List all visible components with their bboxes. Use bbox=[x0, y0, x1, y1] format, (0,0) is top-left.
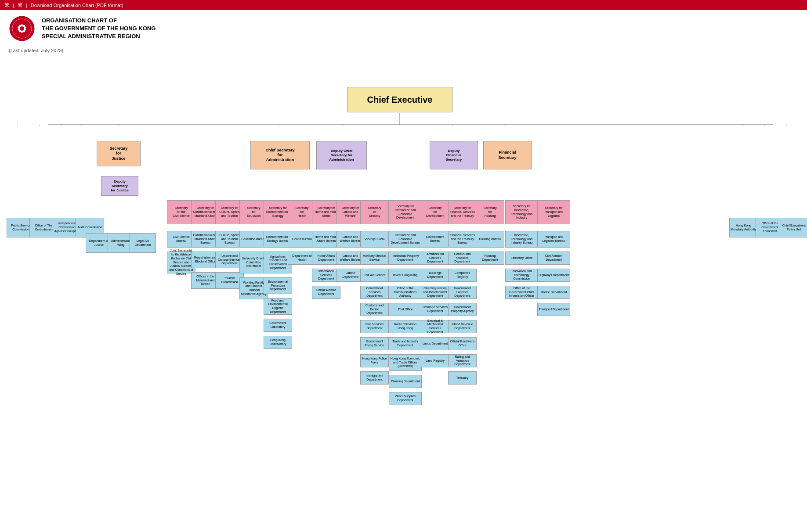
food-environmental-hygiene: Food and Environmental Hygiene Departmen… bbox=[264, 298, 292, 315]
buildings-dept: Buildings Department bbox=[421, 269, 449, 282]
intellectual-property: Intellectual Property Department bbox=[389, 252, 422, 265]
svg-point-7 bbox=[20, 26, 24, 31]
hk-observatory: Hong Kong Observatory bbox=[264, 336, 292, 349]
lang-simp[interactable]: 簡 bbox=[18, 2, 22, 8]
housing-dept: Housing Department bbox=[476, 252, 504, 265]
secretary-justice: SecretaryforJustice bbox=[97, 141, 141, 166]
comms-authority: Office of the Communications Authority bbox=[389, 286, 422, 299]
sec-commerce: Secretary for Commerce and Economic Deve… bbox=[389, 200, 422, 224]
sec-financial-services: Secretary for Financial Services and the… bbox=[448, 200, 477, 224]
efficiency-office: Efficiency Office bbox=[505, 252, 538, 265]
land-registry: Land Registry bbox=[421, 354, 449, 367]
invest-hk: Invest Hong Kong bbox=[389, 269, 422, 282]
legal-aid-department: Legal Aid Department bbox=[130, 233, 156, 253]
civil-aviation: Civil Aviation Department bbox=[537, 252, 570, 265]
architectural-services: Architectural Services Department bbox=[421, 252, 449, 265]
customs-excise: Customs and Excise Department bbox=[360, 303, 389, 316]
companies-registry: Companies Registry bbox=[448, 269, 477, 282]
header: ORGANISATION CHART OF THE GOVERNMENT OF … bbox=[0, 10, 807, 47]
sec-development: SecretaryforDevelopment bbox=[421, 200, 449, 224]
planning-dept: Planning Department bbox=[389, 375, 422, 388]
hk-emblem-icon bbox=[9, 15, 35, 42]
deputy-secretary-justice: DeputySecretaryfor Justice bbox=[101, 176, 138, 196]
sec-transport: Secretary for Transport and Logistics bbox=[537, 200, 570, 224]
chief-executive-node: Chief Executive bbox=[347, 87, 452, 112]
fire-services: Fire Services Department bbox=[360, 320, 389, 333]
development-bureau: Development Bureau bbox=[421, 231, 449, 248]
chief-executives-policy-unit: Chief Executive's Policy Unit bbox=[780, 218, 807, 237]
housing-bureau-box: Housing Bureau bbox=[476, 231, 504, 248]
security-bureau: Security Bureau bbox=[360, 231, 389, 248]
rating-valuation: Rating and Valuation Department bbox=[448, 354, 477, 367]
hk-police: Hong Kong Police Force bbox=[360, 354, 389, 367]
lands-dept: Lands Department bbox=[421, 337, 449, 350]
transport-dept: Transport Department bbox=[537, 303, 570, 316]
hk-economic-trade: Hong Kong Economic and Trade Offices (Ov… bbox=[389, 354, 422, 371]
lang-trad[interactable]: 繁 bbox=[4, 2, 9, 8]
post-office: Post Office bbox=[389, 303, 422, 316]
commerce-economic-bureau: Commerce and Economic Development Bureau bbox=[389, 231, 422, 248]
download-link[interactable]: Download Organisation Chart (PDF format) bbox=[31, 3, 123, 8]
electrical-mechanical: Electrical & Mechanical Services Departm… bbox=[421, 320, 449, 333]
transport-logistics-bureau: Transport and Logistics Bureau bbox=[537, 231, 570, 248]
civil-engineering: Civil Engineering and Development Depart… bbox=[421, 286, 449, 299]
last-updated: (Last updated: July 2023) bbox=[0, 47, 807, 58]
government-laboratory: Government Laboratory bbox=[264, 319, 292, 332]
trade-industry: Trade and Industry Department bbox=[389, 337, 422, 350]
civil-aid: Civil Aid Service bbox=[360, 269, 389, 282]
top-bar: 繁 | 簡 | Download Organisation Chart (PDF… bbox=[0, 0, 807, 10]
auxiliary-medical: Auxiliary Medical Service bbox=[360, 252, 389, 265]
environmental-protection: Environmental Protection Department bbox=[264, 277, 292, 294]
govt-logistics: Government Logistics Department bbox=[448, 286, 477, 299]
correctional-services: Correctional Services Department bbox=[360, 286, 389, 299]
deputy-financial-secretary: DeputyFinancialSecretary bbox=[430, 141, 478, 169]
drainage-services: Drainage Services Department bbox=[421, 303, 449, 316]
social-welfare: Social Welfare Department bbox=[312, 286, 340, 299]
govt-property: Government Property Agency bbox=[448, 303, 477, 316]
deputy-chief-secretary: Deputy ChiefSecretary forAdministration bbox=[316, 141, 367, 169]
financial-services-treasury-bureau: Financial Services and the Treasury Bure… bbox=[448, 231, 477, 248]
innovation-technology-commission: Innovation and Technology Commission bbox=[505, 269, 538, 282]
sec-security: SecretaryforSecurity bbox=[360, 200, 389, 224]
official-receivers: Official Receiver's Office bbox=[448, 337, 477, 350]
header-text: ORGANISATION CHART OF THE GOVERNMENT OF … bbox=[42, 17, 156, 41]
treasury: Treasury bbox=[448, 371, 477, 385]
government-flying: Government Flying Service bbox=[360, 337, 389, 350]
highways-dept: Highways Department bbox=[537, 269, 570, 282]
hk-monetary-authority: Hong Kong Monetary Authority bbox=[729, 218, 758, 237]
census-statistics: Census and Statistics Department bbox=[448, 252, 477, 265]
sec-housing: SecretaryforHousing bbox=[476, 200, 504, 224]
radio-tv-hk: Radio Television Hong Kong bbox=[389, 320, 422, 333]
inland-revenue: Inland Revenue Department bbox=[448, 320, 477, 333]
office-govt-cio: Office of the Government Chief Informati… bbox=[505, 286, 538, 299]
financial-secretary: FinancialSecretary bbox=[483, 141, 532, 169]
immigration: Immigration Department bbox=[360, 371, 389, 385]
title: ORGANISATION CHART OF THE GOVERNMENT OF … bbox=[42, 17, 156, 41]
chief-secretary-admin: Chief SecretaryforAdministration bbox=[250, 141, 310, 169]
org-chart: Chief Executive Public Service Commissio… bbox=[0, 58, 807, 450]
marine-dept: Marine Department bbox=[537, 286, 570, 299]
water-supplies: Water Supplies Department bbox=[389, 392, 422, 405]
innovation-technology-industry-bureau: Innovation, Technology and Industry Bure… bbox=[505, 231, 538, 248]
sec-innovation: Secretary for Innovation, Technology and… bbox=[505, 200, 538, 224]
